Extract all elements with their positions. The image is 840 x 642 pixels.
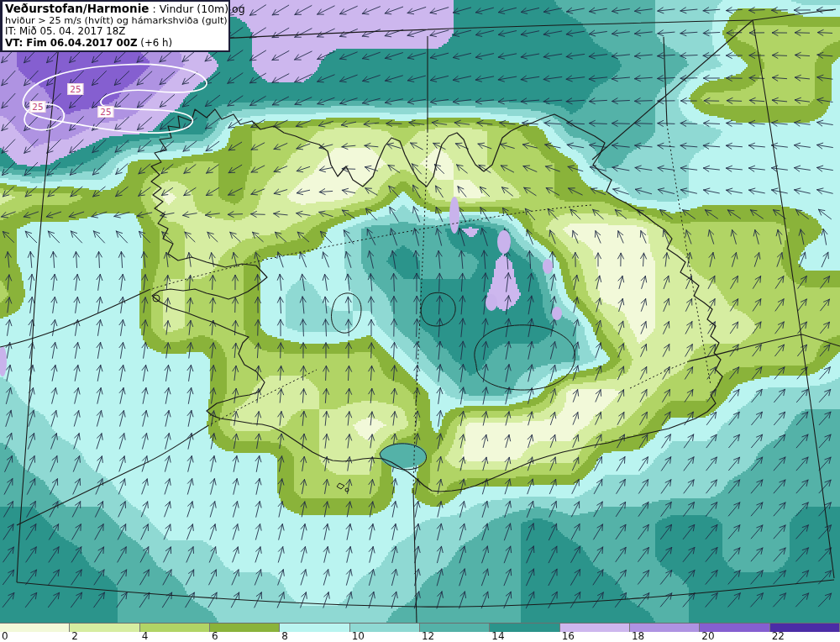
init-time: IT: Mið 05. 04. 2017 18Z	[5, 26, 223, 37]
gust-contour-label: 25	[97, 106, 113, 118]
colorbar-tick: 12	[422, 631, 434, 642]
langjokull-outline	[332, 293, 362, 333]
meridian-right	[753, 20, 834, 578]
colorbar-tick: 20	[701, 631, 714, 642]
colorbar-tick: 16	[562, 631, 575, 642]
latitude-arc-se	[689, 334, 840, 361]
glacier-outlines	[153, 292, 575, 470]
vatnajokull-outline	[475, 325, 575, 390]
valid-time: VT: Fim 06.04.2017 00Z (+6 h)	[5, 37, 223, 49]
model-info-box: Veðurstofan/Harmonie : Vindur (10m) og h…	[0, 0, 230, 52]
weather-map-page: 252525 Veðurstofan/Harmonie : Vindur (10…	[0, 0, 840, 642]
graticule-lines	[0, 0, 840, 623]
meridian-ne	[664, 37, 667, 124]
meridian-left	[17, 0, 64, 582]
vestmannaeyjar-islands	[337, 483, 349, 492]
colorbar-tick: 6	[212, 631, 218, 642]
colorbar-tick: 14	[491, 631, 504, 642]
colorbar-tick: 8	[281, 631, 288, 642]
colorbar-tick: 10	[352, 631, 365, 642]
latitude-arc-top	[202, 9, 836, 39]
gust-contour-label: 25	[67, 83, 83, 95]
colorbar-tick: 2	[71, 631, 78, 642]
colorbar-tick: 18	[632, 631, 644, 642]
map-area: 252525	[0, 0, 840, 623]
iceland-coastline	[151, 109, 722, 492]
gust-contour-label: 25	[29, 101, 45, 113]
colorbar-tick: 0	[2, 631, 8, 642]
lavender-wind-patches	[0, 197, 562, 376]
latitude-arc-sw	[17, 426, 207, 525]
map-overlay	[0, 0, 840, 623]
graticule-dotted-over-land	[149, 124, 711, 490]
meridian-center-bottom	[413, 490, 417, 623]
hofsjokull-outline	[421, 292, 455, 326]
colorbar-tick: 22	[772, 631, 785, 642]
model-title: Veðurstofan/Harmonie : Vindur (10m) og	[5, 3, 223, 15]
snaefellsjokull-outline	[153, 295, 160, 302]
frame-edge-top-right	[592, 20, 753, 160]
colorbar-tick: 4	[142, 631, 149, 642]
colorbar-tick-labels: 0246810121416182022	[0, 632, 840, 642]
frame-bottom-arc	[17, 580, 834, 607]
latitude-arc-w	[0, 290, 149, 347]
